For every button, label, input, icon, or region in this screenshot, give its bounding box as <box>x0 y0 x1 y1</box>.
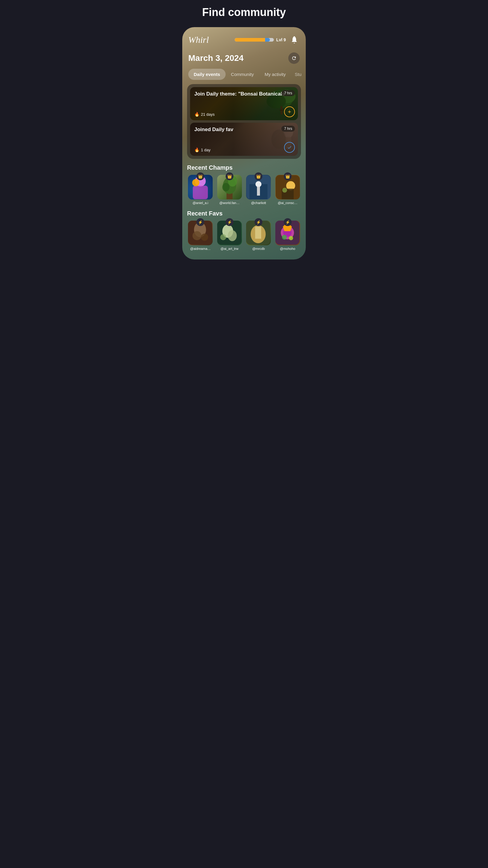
svg-point-22 <box>282 188 287 193</box>
tab-community[interactable]: Community <box>226 69 259 80</box>
refresh-button[interactable] <box>288 53 300 64</box>
fav-name-1: @aidreama… <box>190 247 210 250</box>
svg-rect-9 <box>193 186 208 199</box>
fav-item-3[interactable]: ⚡ @mrcdb <box>245 221 272 250</box>
fire-icon-2: 🔥 <box>194 147 199 152</box>
fire-icon: 🔥 <box>194 112 199 117</box>
fav-img-wrap-1: ⚡ <box>188 221 213 245</box>
statue-content: 7 hrs Joined Daily fav 🔥 1 day <box>190 123 298 156</box>
events-container: 7 hrs Join Daily theme: "Bonsai Botanica… <box>187 84 301 159</box>
header-right: Lvl 9 <box>235 34 300 45</box>
favs-grid: ⚡ @aidreama… ⚡ <box>182 221 306 250</box>
lightning-badge-3: ⚡ <box>255 218 262 226</box>
bonsai-event-card[interactable]: 7 hrs Join Daily theme: "Bonsai Botanica… <box>190 87 298 120</box>
crown-badge-4: 👑 <box>284 173 292 180</box>
tab-partial: Stu <box>291 69 305 80</box>
tab-my-activity[interactable]: My activity <box>259 69 291 80</box>
svg-point-38 <box>282 235 287 240</box>
date-row: March 3, 2024 <box>182 50 306 65</box>
svg-point-29 <box>228 230 237 241</box>
dailyfav-title-area: Joined Daily fav <box>194 126 294 133</box>
xp-fill-orange <box>235 38 265 41</box>
lightning-badge-2: ⚡ <box>226 218 233 226</box>
fav-item-4[interactable]: ⚡ @mohoho <box>274 221 301 250</box>
crown-badge-2: 👑 <box>226 173 233 180</box>
lightning-badge-4: ⚡ <box>284 218 292 226</box>
xp-fill-blue <box>265 38 270 41</box>
fav-item-1[interactable]: ⚡ @aidreama… <box>187 221 214 250</box>
fav-img-wrap-4: ⚡ <box>275 221 300 245</box>
bonsai-add-button[interactable] <box>284 106 295 117</box>
fav-name-4: @mohoho <box>280 247 295 250</box>
dailyfav-joined-button[interactable] <box>284 142 295 153</box>
dailyfav-title: Joined Daily fav <box>194 126 294 133</box>
champ-name-4: @ai_consc… <box>278 201 298 205</box>
dailyfav-days: 1 day <box>201 148 210 152</box>
crown-badge-1: 👑 <box>196 173 204 180</box>
svg-point-14 <box>222 183 230 191</box>
fav-item-2[interactable]: ⚡ @ai_art_trw <box>216 221 243 250</box>
fav-name-2: @ai_art_trw <box>221 247 238 250</box>
champ-img-wrap-1: 👑 <box>188 175 213 199</box>
tabs-row: Daily events Community My activity Stu <box>182 65 306 80</box>
svg-point-30 <box>220 234 226 240</box>
svg-point-25 <box>193 231 201 240</box>
champ-name-3: @charliott <box>251 201 266 205</box>
champ-img-wrap-4: 👑 <box>275 175 300 199</box>
svg-point-39 <box>289 236 293 240</box>
champ-item-2[interactable]: 👑 @world.fan… <box>216 175 243 205</box>
bonsai-title: Join Daily theme: "Bonsai Botanicals" <box>194 91 294 97</box>
phone-frame: Whirl Lvl 9 March 3, 2024 <box>182 27 306 259</box>
champ-name-1: @aniel_a.i <box>193 201 208 205</box>
bell-icon[interactable] <box>289 34 300 45</box>
champ-name-2: @world.fan… <box>219 201 239 205</box>
dailyfav-time-badge: 7 hrs <box>281 126 295 132</box>
bonsai-days: 21 days <box>201 112 215 117</box>
xp-bar <box>235 38 274 41</box>
lightning-badge-1: ⚡ <box>196 218 204 226</box>
champ-item-1[interactable]: 👑 @aniel_a.i <box>187 175 214 205</box>
app-logo: Whirl <box>188 35 209 45</box>
fav-name-3: @mrcdb <box>252 247 265 250</box>
champ-img-wrap-2: 👑 <box>217 175 242 199</box>
champs-grid: 👑 @aniel_a.i 👑 <box>182 175 306 205</box>
svg-point-17 <box>255 181 261 187</box>
bonsai-meta: 🔥 21 days <box>194 112 294 117</box>
champ-item-4[interactable]: 👑 @ai_consc… <box>274 175 301 205</box>
champ-img-wrap-3: 👑 <box>246 175 271 199</box>
svg-rect-33 <box>255 227 261 239</box>
fav-img-wrap-3: ⚡ <box>246 221 271 245</box>
date-display: March 3, 2024 <box>188 53 244 63</box>
fav-img-wrap-2: ⚡ <box>217 221 242 245</box>
dailyfav-meta: 🔥 1 day <box>194 147 294 152</box>
bonsai-title-area: Join Daily theme: "Bonsai Botanicals" <box>194 91 294 97</box>
svg-rect-18 <box>257 187 260 195</box>
page-title: Find community <box>202 6 286 19</box>
bonsai-content: 7 hrs Join Daily theme: "Bonsai Botanica… <box>190 87 298 120</box>
header-area: Whirl Lvl 9 <box>182 27 306 50</box>
xp-bar-container: Lvl 9 <box>235 37 286 42</box>
crown-badge-3: 👑 <box>255 173 262 180</box>
tab-daily-events[interactable]: Daily events <box>188 69 226 80</box>
svg-point-26 <box>201 234 208 241</box>
level-text: Lvl 9 <box>276 37 286 42</box>
bonsai-time-badge: 7 hrs <box>281 90 295 96</box>
dailyfav-event-card[interactable]: 7 hrs Joined Daily fav 🔥 1 day <box>190 123 298 156</box>
svg-point-10 <box>192 179 199 186</box>
champ-item-3[interactable]: 👑 @charliott <box>245 175 272 205</box>
content-area: 7 hrs Join Daily theme: "Bonsai Botanica… <box>182 80 306 159</box>
